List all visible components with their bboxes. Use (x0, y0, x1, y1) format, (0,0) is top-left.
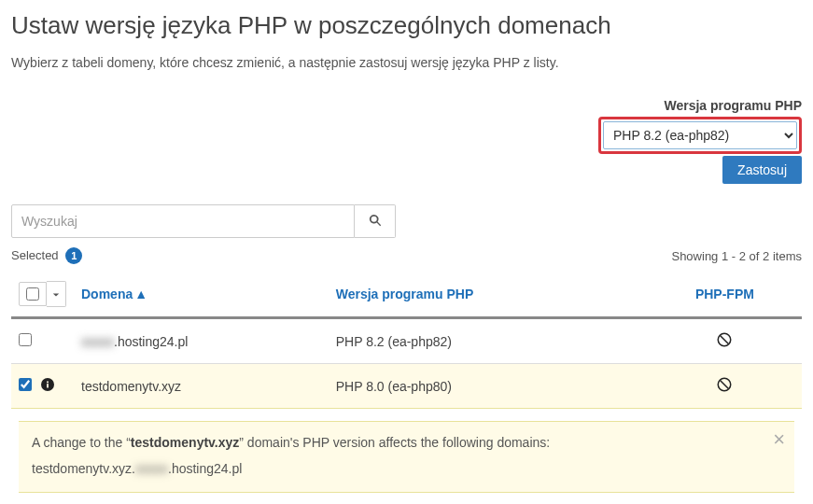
select-all-checkbox-wrap[interactable] (19, 282, 47, 306)
select-all-checkbox[interactable] (26, 287, 39, 301)
php-version-cell: PHP 8.0 (ea-php80) (329, 364, 648, 409)
version-select-highlight: PHP 8.2 (ea-php82) (598, 117, 802, 154)
close-icon: × (773, 427, 785, 451)
selected-count-label: Selected 1 (11, 247, 82, 264)
select-all-dropdown[interactable] (47, 281, 66, 307)
col-fpm-header[interactable]: PHP-FPM (648, 272, 802, 318)
domain-table: Domena▲ Wersja programu PHP PHP-FPM xxxx… (11, 272, 802, 504)
svg-line-6 (721, 381, 729, 389)
showing-label: Showing 1 - 2 of 2 items (671, 249, 802, 263)
php-version-select[interactable]: PHP 8.2 (ea-php82) (603, 121, 797, 149)
notice-domain: testdomenytv.xyz (131, 435, 239, 450)
apply-button[interactable]: Zastosuj (722, 156, 802, 184)
selected-count-badge: 1 (65, 247, 82, 264)
row-checkbox[interactable] (19, 333, 32, 346)
table-row: testdomenytv.xyz PHP 8.0 (ea-php80) (11, 364, 802, 409)
page-title: Ustaw wersję języka PHP w poszczególnych… (11, 11, 802, 40)
svg-rect-4 (47, 382, 49, 384)
search-input[interactable] (11, 204, 355, 238)
col-domain-header[interactable]: Domena▲ (74, 272, 329, 318)
intro-text: Wybierz z tabeli domeny, które chcesz zm… (11, 55, 802, 70)
search-button[interactable] (355, 204, 396, 238)
sort-asc-icon: ▲ (134, 287, 147, 301)
domain-blurred-part: xxxxx (81, 334, 114, 349)
caret-down-icon (52, 287, 60, 301)
notice-row: × A change to the “testdomenytv.xyz” dom… (11, 409, 802, 505)
php-version-cell: PHP 8.2 (ea-php82) (329, 318, 648, 364)
col-php-header[interactable]: Wersja programu PHP (329, 272, 648, 318)
svg-line-1 (721, 336, 729, 344)
info-icon[interactable] (41, 378, 54, 391)
table-row: xxxxx.hosting24.pl PHP 8.2 (ea-php82) (11, 318, 802, 364)
domain-text: .hosting24.pl (114, 334, 188, 349)
version-label: Wersja programu PHP (664, 98, 802, 113)
row-checkbox[interactable] (19, 378, 32, 391)
search-icon (369, 214, 382, 230)
affected-domains: testdomenytv.xyz.xxxxx.hosting24.pl (32, 459, 312, 480)
close-notice-button[interactable]: × (773, 429, 785, 450)
fpm-disabled-icon (716, 381, 733, 396)
fpm-disabled-icon (716, 336, 733, 351)
svg-rect-3 (47, 384, 49, 387)
change-notice: × A change to the “testdomenytv.xyz” dom… (19, 421, 794, 493)
domain-text: testdomenytv.xyz (74, 364, 329, 409)
